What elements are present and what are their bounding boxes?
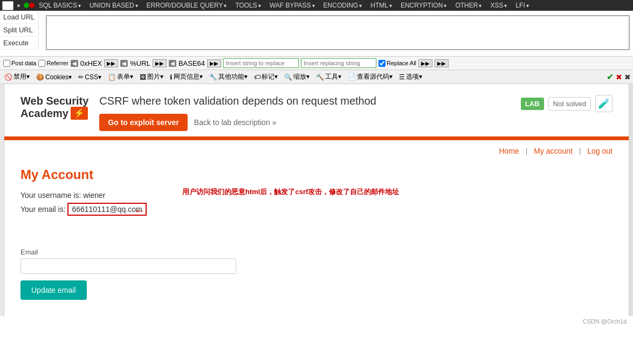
other-tool[interactable]: 🔧 其他功能▾ (207, 71, 250, 83)
referrer-checkbox-label[interactable]: Referrer (38, 60, 68, 67)
referrer-checkbox[interactable] (38, 60, 45, 67)
cookies-tool[interactable]: 🍪 Cookies▾ (34, 72, 74, 82)
logo-web: Web Security (20, 95, 88, 107)
home-link[interactable]: Home (499, 147, 519, 155)
load-url-button[interactable]: Load URL (0, 11, 38, 24)
menu-lfi[interactable]: LFI (511, 0, 533, 11)
post-data-label: Post data (11, 60, 36, 66)
other-icon: 🔧 (209, 73, 217, 81)
right-edge (629, 84, 633, 316)
image-tool[interactable]: 🖼 图片▾ (137, 71, 166, 83)
csdn-credit: CSDN @Orch1d (583, 318, 627, 325)
menu-union-based[interactable]: UNION BASED (85, 0, 142, 11)
options-icon: ☰ (399, 73, 405, 81)
source-icon: 📄 (348, 73, 356, 81)
css-tool[interactable]: ✏ CSS▾ (76, 72, 104, 82)
replace-arrow1[interactable]: ▶▶ (418, 59, 432, 67)
logo-academy: Academy ⚡ (20, 107, 88, 120)
flask-icon[interactable]: 🧪 (595, 95, 613, 112)
email-input-field[interactable] (20, 258, 236, 274)
tools-icon: 🔨 (316, 73, 324, 81)
options-tool[interactable]: ☰ 选项▾ (397, 71, 424, 83)
url-input[interactable] (46, 15, 630, 50)
zoom-icon: 🔍 (284, 73, 292, 81)
menu-html[interactable]: HTML (366, 0, 396, 11)
lab-actions: Go to exploit server Back to lab descrip… (99, 114, 510, 131)
source-tool[interactable]: 📄 查看源代码▾ (346, 71, 395, 83)
log-out-link[interactable]: Log out (587, 147, 613, 155)
nav-sep1: | (526, 147, 528, 155)
execute-button[interactable]: Execute (0, 37, 38, 50)
referrer-label: Referrer (46, 60, 68, 66)
post-data-checkbox[interactable] (3, 60, 10, 67)
url-section: Load URL Split URL Execute (0, 11, 633, 57)
t-label: T (4, 2, 8, 9)
my-account-link[interactable]: My account (534, 147, 573, 155)
zoom-tool[interactable]: 🔍 缩放▾ (282, 71, 312, 83)
nav-links: Home | My account | Log out (4, 140, 629, 162)
status-dot-red (29, 3, 35, 8)
email-display: Your email is: 666110111@qq.com (20, 203, 613, 216)
lab-header: Web Security Academy ⚡ CSRF where token … (4, 84, 629, 138)
x-red-icon: ✖ (616, 73, 622, 81)
update-email-button[interactable]: Update email (20, 280, 87, 300)
menu-error-double[interactable]: ERROR/DOUBLE QUERY (142, 0, 231, 11)
mark-tool[interactable]: 🏷 标记▾ (252, 71, 280, 83)
exploit-server-button[interactable]: Go to exploit server (99, 114, 187, 131)
status-dot-green (24, 3, 29, 8)
image-icon: 🖼 (140, 73, 146, 81)
account-title: My Account (20, 167, 613, 182)
arrow-left-icon: ← (134, 204, 146, 218)
second-toolbar: 🚫 禁用▾ 🍪 Cookies▾ ✏ CSS▾ 📋 表单▾ 🖼 图片▾ ℹ 网页… (0, 70, 633, 84)
url-icon: ◀ (120, 60, 128, 67)
lab-badge-area: LAB Not solved 🧪 (521, 95, 613, 112)
tools-tool[interactable]: 🔨 工具▾ (314, 71, 343, 83)
menu-sql-basics[interactable]: SQL BASICS (35, 0, 85, 11)
split-url-button[interactable]: Split URL (0, 24, 38, 37)
replace-arrow2[interactable]: ▶▶ (435, 59, 449, 67)
check-icon: ✔ (607, 72, 614, 82)
url-arrow-right[interactable]: ▶▶ (153, 59, 167, 67)
cookie-icon: 🍪 (36, 73, 44, 81)
hex-icon: ◀ (71, 60, 78, 67)
replace-all-label[interactable]: Replace All (379, 60, 416, 67)
logo-area: Web Security Academy ⚡ (20, 95, 88, 120)
insert-string-input[interactable] (223, 58, 299, 68)
left-edge (0, 84, 4, 316)
form-tool[interactable]: 📋 表单▾ (106, 71, 135, 83)
hex-arrow-right[interactable]: ▶▶ (104, 59, 118, 67)
info-icon: ℹ (170, 73, 173, 81)
email-label: Your email is: (20, 205, 66, 214)
email-form: Email Update email (20, 248, 236, 300)
form-email-label: Email (20, 248, 236, 256)
page-content: Web Security Academy ⚡ CSRF where token … (4, 84, 629, 316)
action-row: Post data Referrer ◀ 0xHEX ▶▶ ◀ %URL ▶▶ … (0, 57, 633, 70)
form-icon: 📋 (108, 73, 116, 81)
replace-all-text: Replace All (387, 60, 416, 66)
mark-icon: 🏷 (254, 73, 260, 81)
url-label: %URL (130, 59, 150, 67)
account-section: My Account Your username is: wiener Your… (4, 162, 629, 316)
menu-xss[interactable]: XSS (486, 0, 511, 11)
base64-arrow-right[interactable]: ▶▶ (207, 59, 221, 67)
css-icon: ✏ (78, 73, 84, 81)
menu-tools[interactable]: TOOLS (231, 0, 265, 11)
x-dark-icon: ✖ (624, 73, 631, 81)
post-data-checkbox-label[interactable]: Post data (3, 60, 36, 67)
base64-icon: ◀ (169, 60, 176, 67)
back-to-lab-link[interactable]: Back to lab description » (194, 118, 277, 127)
csdn-footer: CSDN @Orch1d (0, 316, 633, 327)
base64-label: BASE64 (178, 59, 205, 67)
menu-encoding[interactable]: ENCODING (319, 0, 367, 11)
menu-other[interactable]: OTHER (451, 0, 486, 11)
annotation-text: 用户访问我们的恶意html后，触发了csrf攻击，修改了自己的邮件地址 (182, 187, 409, 198)
insert-replacing-input[interactable] (301, 58, 376, 68)
replace-all-checkbox[interactable] (379, 60, 386, 67)
email-row: Your email is: 666110111@qq.com ← 用户访问我们… (20, 203, 613, 216)
t-dropdown[interactable]: T ▾ (2, 1, 13, 10)
menu-encryption[interactable]: ENCRYPTION (396, 0, 451, 11)
disable-tool[interactable]: 🚫 禁用▾ (2, 71, 32, 83)
menu-waf-bypass[interactable]: WAF BYPASS (265, 0, 319, 11)
menu-bar: T ▾ ● SQL BASICS UNION BASED ERROR/DOUBL… (0, 0, 633, 11)
info-tool[interactable]: ℹ 网页信息▾ (168, 71, 205, 83)
